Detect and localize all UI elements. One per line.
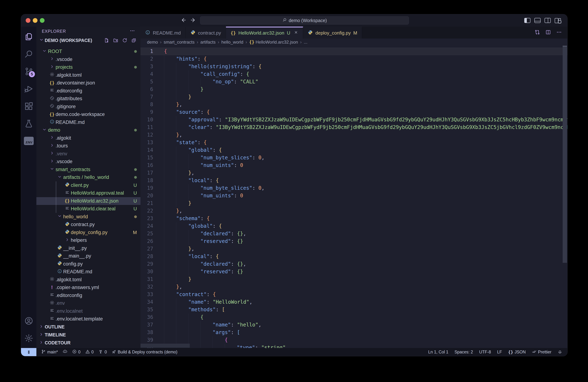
tab-helloworld-arc32-json[interactable]: {}HelloWorld.arc32.jsonU — [226, 27, 303, 38]
close-window-button[interactable] — [26, 18, 30, 23]
tree-item--devcontainer-json[interactable]: {}.devcontainer.json — [36, 79, 141, 87]
collapse-folders-icon[interactable] — [131, 38, 136, 43]
toggle-panel-icon[interactable] — [534, 18, 541, 23]
tree-item--gitattributes[interactable]: .gitattributes — [36, 95, 141, 103]
tree-item--env-localnet[interactable]: .env.localnet — [36, 307, 141, 315]
more-actions-icon[interactable] — [556, 29, 562, 36]
activity-account[interactable] — [21, 312, 36, 329]
workspace-root-row[interactable]: DEMO (WORKSPACE) — [36, 36, 141, 45]
cursor-position[interactable]: Ln 1, Col 1 — [428, 348, 448, 356]
customize-layout-icon[interactable] — [555, 18, 561, 23]
tower-icon — [98, 349, 103, 355]
breadcrumb-item[interactable]: artifacts — [200, 40, 216, 45]
new-file-icon[interactable] — [104, 38, 109, 43]
activity-settings[interactable] — [21, 329, 36, 347]
tree-item-helloworld-approval-teal[interactable]: HelloWorld.approval.tealU — [36, 189, 141, 197]
tree-item-hello-world[interactable]: hello_world — [36, 213, 141, 221]
activity-env[interactable]: .ENV — [21, 132, 36, 150]
remote-indicator[interactable] — [21, 348, 36, 356]
panel-timeline[interactable]: TIMELINE — [36, 331, 141, 339]
formatter[interactable]: Prettier — [532, 348, 551, 356]
panel-codetour[interactable]: CODETOUR — [36, 339, 141, 347]
tree-item--env[interactable]: .env — [36, 299, 141, 307]
tab-deploy-config-py[interactable]: deploy_config.pyM — [303, 27, 362, 38]
tree-item--gitignore[interactable]: .gitignore — [36, 103, 141, 111]
tree-item--editorconfig[interactable]: .editorconfig — [36, 87, 141, 95]
tree-item--vscode[interactable]: .vscode — [36, 158, 141, 166]
tree-item-projects[interactable]: projects — [36, 63, 141, 71]
eol[interactable]: LF — [497, 348, 502, 356]
breadcrumb-item[interactable]: demo — [147, 40, 158, 45]
tree-item-demo-code-workspace[interactable]: {}demo.code-workspace — [36, 111, 141, 118]
tree-item-artifacts-hello-world[interactable]: artifacts / hello_world — [36, 173, 141, 181]
tree-item--tours[interactable]: .tours — [36, 142, 141, 150]
refresh-explorer-icon[interactable] — [122, 38, 127, 43]
git-branch[interactable]: main* — [41, 348, 58, 356]
breadcrumb-item[interactable]: smart_contracts — [164, 40, 195, 45]
tree-item--init-py[interactable]: __init__.py — [36, 244, 141, 252]
close-tab-icon[interactable] — [294, 30, 298, 36]
tree-item--editorconfig[interactable]: .editorconfig — [36, 292, 141, 300]
tree-item-contract-py[interactable]: contract.py — [36, 221, 141, 229]
language-mode[interactable]: {}JSON — [508, 348, 526, 356]
tree-item-smart-contracts[interactable]: smart_contracts — [36, 166, 141, 174]
activity-source-control[interactable]: 5 — [21, 63, 36, 80]
vertical-scrollbar[interactable] — [563, 46, 567, 263]
tree-item--venv[interactable]: .venv — [36, 150, 141, 158]
tree-item-helpers[interactable]: helpers — [36, 236, 141, 244]
tree-item-root[interactable]: ROOT — [36, 48, 141, 56]
back-icon[interactable] — [180, 17, 187, 24]
toggle-sidebar-icon[interactable] — [524, 18, 530, 23]
notifications[interactable] — [558, 348, 562, 356]
tree-item-label: artifacts / hello_world — [63, 174, 109, 180]
command-center-search[interactable]: demo (Workspace) — [200, 16, 409, 25]
ports[interactable]: 0 — [98, 348, 107, 356]
activity-search[interactable] — [21, 45, 36, 63]
panel-outline[interactable]: OUTLINE — [36, 323, 141, 331]
zoom-window-button[interactable] — [40, 18, 44, 23]
explorer-more-actions-icon[interactable] — [130, 28, 135, 35]
chevron-right-icon — [39, 340, 44, 346]
code-editor[interactable]: 1{2"hints": {3"hello(string)string": {4"… — [141, 46, 567, 348]
tree-item--copier-answers-yml[interactable]: !.copier-answers.yml — [36, 284, 141, 292]
tree-item-helloworld-arc32-json[interactable]: {}HelloWorld.arc32.jsonU — [36, 197, 141, 205]
activity-explorer[interactable] — [21, 28, 36, 45]
activity-run-debug[interactable] — [21, 80, 36, 97]
breadcrumb-item[interactable]: hello_world — [221, 40, 243, 45]
line-number: 24 — [141, 222, 153, 230]
toggle-secondary-sidebar-icon[interactable] — [545, 18, 551, 23]
tree-item-readme-md[interactable]: README.md — [36, 118, 141, 126]
minimize-window-button[interactable] — [33, 18, 38, 23]
activity-testing[interactable] — [21, 115, 36, 132]
tree-item-demo[interactable]: demo — [36, 126, 141, 134]
tree-item--algokit-toml[interactable]: .algokit.toml — [36, 71, 141, 79]
forward-icon[interactable] — [190, 17, 196, 24]
breadcrumb-item[interactable]: ... — [304, 40, 307, 45]
tree-item-deploy-config-py[interactable]: deploy_config.pyM — [36, 229, 141, 237]
activity-extensions[interactable] — [21, 97, 36, 115]
horizontal-scrollbar[interactable] — [141, 344, 190, 348]
split-editor-icon[interactable] — [545, 29, 551, 36]
errors[interactable]: 0 — [72, 348, 81, 356]
build-deploy-task[interactable]: Build & Deploy contracts (demo) — [111, 348, 177, 356]
tree-item--vscode[interactable]: .vscode — [36, 56, 141, 63]
encoding[interactable]: UTF-8 — [479, 348, 491, 356]
sidebar-header: EXPLORER — [36, 27, 141, 36]
tree-item--algokit[interactable]: .algokit — [36, 134, 141, 142]
tab-contract-py[interactable]: contract.py — [186, 27, 226, 38]
tree-item--algokit-toml[interactable]: .algokit.toml — [36, 276, 141, 284]
tree-item--env-localnet-template[interactable]: .env.localnet.template — [36, 315, 141, 323]
warnings[interactable]: 0 — [85, 348, 94, 356]
indentation[interactable]: Spaces: 2 — [455, 348, 473, 356]
publish[interactable] — [63, 348, 67, 356]
breadcrumb-item[interactable]: {} HelloWorld.arc32.json — [249, 40, 298, 45]
tree-item-helloworld-clear-teal[interactable]: HelloWorld.clear.tealU — [36, 205, 141, 213]
tab-readme-md[interactable]: README.md — [141, 27, 186, 38]
tree-item--main-py[interactable]: __main__.py — [36, 252, 141, 260]
new-folder-icon[interactable] — [113, 38, 118, 43]
open-changes-icon[interactable] — [534, 29, 540, 36]
tree-item-config-py[interactable]: config.py — [36, 260, 141, 268]
line-number: 14 — [141, 146, 153, 154]
tree-item-readme-md[interactable]: README.md — [36, 268, 141, 276]
tree-item-client-py[interactable]: client.pyU — [36, 181, 141, 189]
